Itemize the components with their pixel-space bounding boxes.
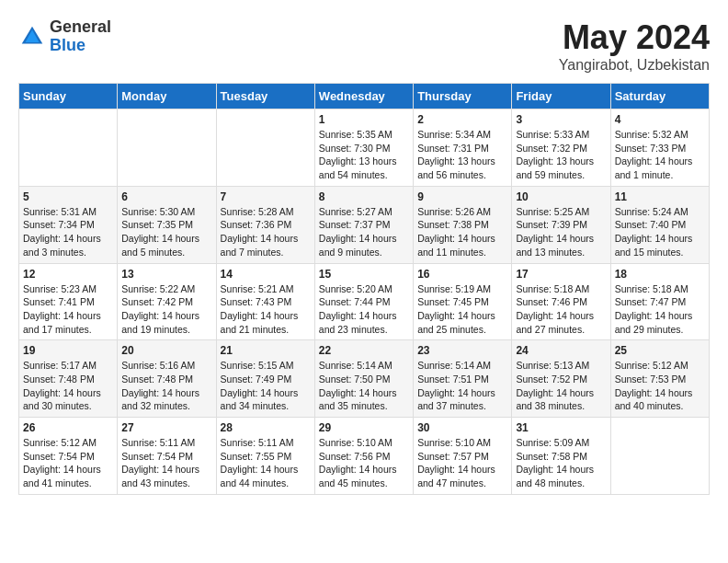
day-info: Sunrise: 5:09 AM Sunset: 7:58 PM Dayligh… — [516, 436, 606, 490]
day-info: Sunrise: 5:27 AM Sunset: 7:37 PM Dayligh… — [319, 205, 409, 259]
day-cell: 22Sunrise: 5:14 AM Sunset: 7:50 PM Dayli… — [314, 340, 413, 418]
day-info: Sunrise: 5:10 AM Sunset: 7:57 PM Dayligh… — [417, 436, 507, 490]
day-cell: 23Sunrise: 5:14 AM Sunset: 7:51 PM Dayli… — [414, 340, 512, 418]
day-info: Sunrise: 5:20 AM Sunset: 7:44 PM Dayligh… — [319, 282, 409, 337]
day-cell: 27Sunrise: 5:11 AM Sunset: 7:54 PM Dayli… — [118, 418, 216, 495]
day-cell: 16Sunrise: 5:19 AM Sunset: 7:45 PM Dayli… — [414, 263, 512, 340]
day-cell: 4Sunrise: 5:32 AM Sunset: 7:33 PM Daylig… — [610, 109, 709, 187]
day-info: Sunrise: 5:11 AM Sunset: 7:55 PM Dayligh… — [221, 436, 311, 490]
day-cell — [118, 109, 216, 187]
day-info: Sunrise: 5:13 AM Sunset: 7:52 PM Dayligh… — [516, 359, 606, 413]
calendar-table: SundayMondayTuesdayWednesdayThursdayFrid… — [18, 83, 710, 495]
day-info: Sunrise: 5:14 AM Sunset: 7:51 PM Dayligh… — [417, 359, 507, 413]
weekday-header-row: SundayMondayTuesdayWednesdayThursdayFrid… — [19, 84, 710, 109]
day-cell: 5Sunrise: 5:31 AM Sunset: 7:34 PM Daylig… — [19, 186, 118, 263]
day-cell — [610, 418, 709, 495]
day-number: 27 — [121, 421, 211, 434]
day-cell: 21Sunrise: 5:15 AM Sunset: 7:49 PM Dayli… — [216, 340, 314, 418]
day-info: Sunrise: 5:12 AM Sunset: 7:53 PM Dayligh… — [615, 359, 705, 413]
day-number: 18 — [615, 268, 705, 281]
day-number: 4 — [615, 113, 705, 126]
day-cell: 20Sunrise: 5:16 AM Sunset: 7:48 PM Dayli… — [118, 340, 216, 418]
week-row-4: 19Sunrise: 5:17 AM Sunset: 7:48 PM Dayli… — [19, 340, 710, 418]
day-cell: 2Sunrise: 5:34 AM Sunset: 7:31 PM Daylig… — [414, 109, 512, 187]
day-number: 30 — [417, 421, 507, 434]
day-info: Sunrise: 5:14 AM Sunset: 7:50 PM Dayligh… — [319, 359, 409, 413]
day-number: 7 — [221, 190, 311, 203]
day-info: Sunrise: 5:22 AM Sunset: 7:42 PM Dayligh… — [121, 282, 211, 337]
day-number: 8 — [319, 190, 409, 203]
day-number: 6 — [121, 190, 211, 203]
day-cell: 14Sunrise: 5:21 AM Sunset: 7:43 PM Dayli… — [216, 263, 314, 340]
day-cell: 3Sunrise: 5:33 AM Sunset: 7:32 PM Daylig… — [512, 109, 610, 187]
day-number: 31 — [516, 421, 606, 434]
day-number: 5 — [23, 190, 113, 203]
day-number: 28 — [221, 421, 311, 434]
day-info: Sunrise: 5:21 AM Sunset: 7:43 PM Dayligh… — [221, 282, 311, 337]
day-info: Sunrise: 5:15 AM Sunset: 7:49 PM Dayligh… — [221, 359, 311, 413]
day-cell: 11Sunrise: 5:24 AM Sunset: 7:40 PM Dayli… — [610, 186, 709, 263]
day-info: Sunrise: 5:26 AM Sunset: 7:38 PM Dayligh… — [417, 205, 507, 259]
day-number: 13 — [121, 268, 211, 281]
day-number: 20 — [121, 344, 211, 357]
day-info: Sunrise: 5:11 AM Sunset: 7:54 PM Dayligh… — [121, 436, 211, 490]
day-cell: 26Sunrise: 5:12 AM Sunset: 7:54 PM Dayli… — [19, 418, 118, 495]
day-info: Sunrise: 5:31 AM Sunset: 7:34 PM Dayligh… — [23, 205, 113, 259]
day-cell: 7Sunrise: 5:28 AM Sunset: 7:36 PM Daylig… — [216, 186, 314, 263]
day-number: 22 — [319, 344, 409, 357]
day-cell: 24Sunrise: 5:13 AM Sunset: 7:52 PM Dayli… — [512, 340, 610, 418]
week-row-1: 1Sunrise: 5:35 AM Sunset: 7:30 PM Daylig… — [19, 109, 710, 187]
logo-blue-text: Blue — [50, 37, 111, 55]
day-info: Sunrise: 5:18 AM Sunset: 7:46 PM Dayligh… — [516, 282, 606, 337]
weekday-header-wednesday: Wednesday — [314, 84, 413, 109]
day-info: Sunrise: 5:33 AM Sunset: 7:32 PM Dayligh… — [516, 128, 606, 182]
day-cell: 10Sunrise: 5:25 AM Sunset: 7:39 PM Dayli… — [512, 186, 610, 263]
day-cell: 31Sunrise: 5:09 AM Sunset: 7:58 PM Dayli… — [512, 418, 610, 495]
day-cell — [216, 109, 314, 187]
day-info: Sunrise: 5:10 AM Sunset: 7:56 PM Dayligh… — [319, 436, 409, 490]
logo-general-text: General — [50, 18, 111, 37]
logo-icon — [18, 23, 46, 51]
day-number: 16 — [417, 268, 507, 281]
day-number: 15 — [319, 268, 409, 281]
day-number: 26 — [23, 421, 113, 434]
day-cell: 6Sunrise: 5:30 AM Sunset: 7:35 PM Daylig… — [118, 186, 216, 263]
logo: General Blue — [18, 18, 111, 55]
day-number: 9 — [417, 190, 507, 203]
day-info: Sunrise: 5:17 AM Sunset: 7:48 PM Dayligh… — [23, 359, 113, 413]
day-number: 24 — [516, 344, 606, 357]
weekday-header-saturday: Saturday — [610, 84, 709, 109]
day-info: Sunrise: 5:19 AM Sunset: 7:45 PM Dayligh… — [417, 282, 507, 337]
day-number: 25 — [615, 344, 705, 357]
day-cell: 13Sunrise: 5:22 AM Sunset: 7:42 PM Dayli… — [118, 263, 216, 340]
week-row-3: 12Sunrise: 5:23 AM Sunset: 7:41 PM Dayli… — [19, 263, 710, 340]
day-info: Sunrise: 5:25 AM Sunset: 7:39 PM Dayligh… — [516, 205, 606, 259]
day-number: 29 — [319, 421, 409, 434]
day-number: 17 — [516, 268, 606, 281]
day-number: 1 — [319, 113, 409, 126]
month-year-title: May 2024 — [559, 18, 710, 57]
weekday-header-thursday: Thursday — [414, 84, 512, 109]
day-info: Sunrise: 5:28 AM Sunset: 7:36 PM Dayligh… — [221, 205, 311, 259]
day-number: 2 — [417, 113, 507, 126]
page-header: General Blue May 2024 Yangirabot, Uzbeki… — [18, 18, 710, 74]
day-info: Sunrise: 5:30 AM Sunset: 7:35 PM Dayligh… — [121, 205, 211, 259]
day-number: 3 — [516, 113, 606, 126]
day-number: 12 — [23, 268, 113, 281]
week-row-5: 26Sunrise: 5:12 AM Sunset: 7:54 PM Dayli… — [19, 418, 710, 495]
day-info: Sunrise: 5:23 AM Sunset: 7:41 PM Dayligh… — [23, 282, 113, 337]
weekday-header-monday: Monday — [118, 84, 216, 109]
weekday-header-tuesday: Tuesday — [216, 84, 314, 109]
day-cell: 8Sunrise: 5:27 AM Sunset: 7:37 PM Daylig… — [314, 186, 413, 263]
day-info: Sunrise: 5:12 AM Sunset: 7:54 PM Dayligh… — [23, 436, 113, 490]
day-info: Sunrise: 5:35 AM Sunset: 7:30 PM Dayligh… — [319, 128, 409, 182]
week-row-2: 5Sunrise: 5:31 AM Sunset: 7:34 PM Daylig… — [19, 186, 710, 263]
day-number: 11 — [615, 190, 705, 203]
day-cell: 29Sunrise: 5:10 AM Sunset: 7:56 PM Dayli… — [314, 418, 413, 495]
day-info: Sunrise: 5:24 AM Sunset: 7:40 PM Dayligh… — [615, 205, 705, 259]
location-subtitle: Yangirabot, Uzbekistan — [559, 57, 710, 74]
day-cell — [19, 109, 118, 187]
day-number: 23 — [417, 344, 507, 357]
day-number: 19 — [23, 344, 113, 357]
day-cell: 30Sunrise: 5:10 AM Sunset: 7:57 PM Dayli… — [414, 418, 512, 495]
